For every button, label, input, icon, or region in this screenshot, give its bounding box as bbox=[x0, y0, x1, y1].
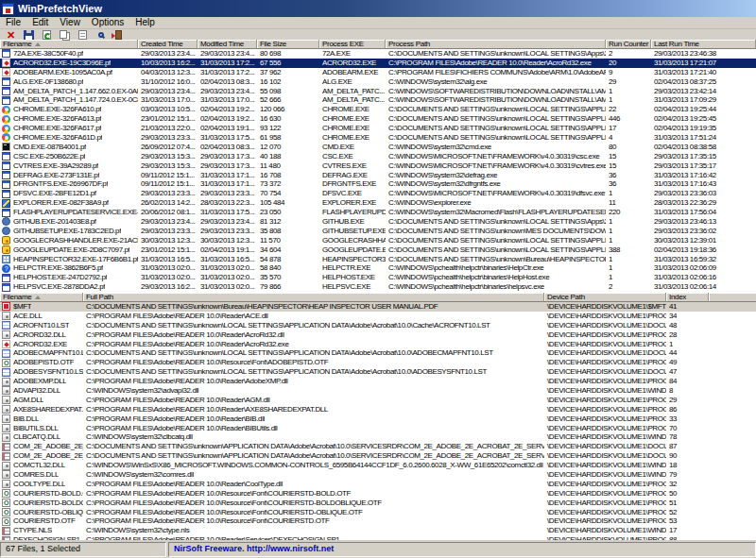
table-row[interactable]: COMRES.DLL C:\WINDOWS\system32\comres.dl… bbox=[0, 470, 756, 480]
table-row[interactable]: ADOBECMAPFNT10.LST C:\DOCUMENTS AND SETT… bbox=[0, 348, 756, 358]
process-path: C:\WINDOWS\MICROSOFT.NET\FRAMEWORK\v4.0.… bbox=[386, 189, 606, 198]
last-run-time: 02/04/2013 19:25:45 bbox=[651, 114, 756, 124]
table-row[interactable]: BIB.DLL C:\PROGRAM FILES\Adobe\READER 10… bbox=[0, 414, 756, 424]
table-row[interactable]: COURIERSTD-BOLD.OTF C:\PROGRAM FILES\Ado… bbox=[0, 489, 756, 499]
table-row[interactable]: CTYPE.NLS C:\WINDOWS\system32\ctype.nls … bbox=[0, 526, 756, 535]
modified-time: 31/03/2013 17:0... bbox=[198, 95, 257, 105]
lst-icon bbox=[2, 349, 10, 358]
table-row[interactable]: ACRORD32.DLL C:\PROGRAM FILES\Adobe\READ… bbox=[0, 330, 756, 340]
created-time: 29/03/2013 23:4... bbox=[138, 87, 198, 96]
run-counter: 1 bbox=[606, 227, 651, 236]
table-row[interactable]: ADOBEPISTD.OTF C:\PROGRAM FILES\Adobe\RE… bbox=[0, 358, 756, 367]
table-row[interactable]: BIBUTILS.DLL C:\PROGRAM FILES\Adobe\READ… bbox=[0, 424, 756, 433]
table-row[interactable]: DEFRAG.EXE-273F131E.pf 09/11/2012 15:1..… bbox=[0, 171, 756, 180]
column-header-created-time[interactable]: Created Time bbox=[138, 40, 198, 49]
table-row[interactable]: COURIERSTD-OBLIQUE... C:\PROGRAM FILES\A… bbox=[0, 508, 756, 517]
last-run-time: 29/03/2013 23:36:02 bbox=[651, 227, 756, 236]
run-counter: 1 bbox=[606, 217, 651, 227]
full-path: C:\PROGRAM FILES\Adobe\READER 10.0\Resou… bbox=[83, 499, 544, 508]
table-row[interactable]: COOLTYPE.DLL C:\PROGRAM FILES\Adobe\READ… bbox=[0, 480, 756, 489]
refresh-button[interactable] bbox=[39, 29, 55, 40]
column-header-filename[interactable]: Filename bbox=[0, 293, 83, 302]
table-row[interactable]: CSC.EXE-250B622E.pf 29/03/2013 15:3... 2… bbox=[0, 152, 756, 161]
table-row[interactable]: COURIERSTD-BOLDOBL... C:\PROGRAM FILES\A… bbox=[0, 499, 756, 508]
table-row[interactable]: DFRGNTFS.EXE-269967DF.pf 09/11/2012 15:1… bbox=[0, 179, 756, 189]
column-header-index[interactable]: Index bbox=[666, 293, 709, 302]
delete-button[interactable]: ✕ bbox=[3, 29, 19, 40]
toolbar: ✕ bbox=[0, 29, 756, 40]
run-counter: 1 bbox=[606, 87, 651, 96]
copy-button[interactable] bbox=[57, 29, 73, 40]
table-row[interactable]: EXPLORER.EXE-082F38A9.pf 26/02/2013 14:2… bbox=[0, 198, 756, 208]
table-row[interactable]: CHROME.EXE-326FA61D.pf 29/03/2013 23:3..… bbox=[0, 133, 756, 143]
table-row[interactable]: ACRORD32.EXE C:\PROGRAM FILES\Adobe\READ… bbox=[0, 340, 756, 349]
window-icon bbox=[2, 283, 10, 292]
menu-view[interactable]: View bbox=[54, 17, 86, 28]
file-size: 120 066 bbox=[257, 105, 319, 114]
table-row[interactable]: ADOBEXMP.DLL C:\PROGRAM FILES\Adobe\READ… bbox=[0, 377, 756, 386]
app-icon[interactable] bbox=[2, 3, 14, 15]
column-header-modified-time[interactable]: Modified Time bbox=[198, 40, 257, 49]
table-row[interactable]: HELPSVC.EXE-2878DDA2.pf 29/03/2013 16:2.… bbox=[0, 282, 756, 292]
table-row[interactable]: HEAPINSPECTOR32.EXE-17F6B6B1.pf 31/03/20… bbox=[0, 255, 756, 264]
exit-button[interactable] bbox=[111, 29, 127, 40]
column-header-full-path[interactable]: Full Path bbox=[83, 293, 544, 302]
table-row[interactable]: GOOGLEUPDATE.EXE-2D8C7097.pf 23/01/2012 … bbox=[0, 245, 756, 255]
file-size: 73 372 bbox=[257, 179, 319, 189]
table-row[interactable]: CLBCATQ.DLL C:\WINDOWS\system32\clbcatq.… bbox=[0, 432, 756, 442]
table-row[interactable]: ALG.EXE-0F138680.pf 31/10/2012 16:0... 0… bbox=[0, 77, 756, 87]
menu-options[interactable]: Options bbox=[86, 17, 129, 28]
find-button[interactable] bbox=[93, 29, 109, 40]
table-row[interactable]: HELPCTR.EXE-3862B6F5.pf 31/03/2013 02:0.… bbox=[0, 263, 756, 273]
table-row[interactable]: AM_DELTA_PATCH_1.147.724.0.EX-0C84C... 3… bbox=[0, 95, 756, 105]
nirsoft-link[interactable]: NirSoft Freeware. http://www.nirsoft.net bbox=[174, 544, 334, 553]
table-row[interactable]: DFSVC.EXE-2BFE12D1.pf 29/03/2013 23:3...… bbox=[0, 189, 756, 198]
table-row[interactable]: GITHUB.EXE-201403E8.pf 29/03/2013 23:4..… bbox=[0, 217, 756, 227]
table-row[interactable]: GITHUBSETUP.EXE-1783C2ED.pf 29/03/2013 2… bbox=[0, 227, 756, 236]
properties-button[interactable] bbox=[75, 29, 91, 40]
table-row[interactable]: AGM.DLL C:\PROGRAM FILES\Adobe\READER 10… bbox=[0, 396, 756, 405]
table-row[interactable]: CVTRES.EXE-39A29289.pf 29/03/2013 15:3..… bbox=[0, 161, 756, 171]
table-row[interactable]: COM_2E_ADOBE_2E_A... C:\DOCUMENTS AND SE… bbox=[0, 451, 756, 461]
table-row[interactable]: ADVAPI32.DLL C:\WINDOWS\system32\advapi3… bbox=[0, 386, 756, 396]
modified-time: 31/03/2013 17:2... bbox=[198, 68, 257, 77]
table-row[interactable]: ADOBESYSFNT10.LST C:\DOCUMENTS AND SETTI… bbox=[0, 367, 756, 377]
column-header-filename[interactable]: Filename bbox=[0, 40, 138, 49]
column-header-run-counter[interactable]: Run Counter bbox=[606, 40, 651, 49]
table-row[interactable]: AM_DELTA_PATCH_1.147.662.0.EX-0AFF5... 2… bbox=[0, 87, 756, 96]
table-row[interactable]: GOOGLECRASHHANDLER.EXE-21ACBFBA.pf 30/03… bbox=[0, 236, 756, 245]
table-row[interactable]: ACRORD32.EXE-19C3D96E.pf 10/03/2013 16:2… bbox=[0, 59, 756, 68]
table-row[interactable]: CMD.EXE-087B4001.pf 26/09/2012 07:4... 0… bbox=[0, 143, 756, 152]
table-row[interactable]: COMCTL32.DLL C:\WINDOWS\WinSxS\X86_MICRO… bbox=[0, 461, 756, 470]
table-row[interactable]: HELPHOST.EXE-247D2792.pf 31/03/2013 02:0… bbox=[0, 273, 756, 282]
table-row[interactable]: CHROME.EXE-326FA613.pf 23/01/2012 15:1..… bbox=[0, 114, 756, 124]
table-row[interactable]: AXE8SHAREDEXPAT.DLL C:\PROGRAM FILES\Ado… bbox=[0, 405, 756, 414]
window-icon bbox=[2, 49, 10, 58]
table-row[interactable]: 72A.EXE-38C50F40.pf 29/03/2013 23:4... 2… bbox=[0, 49, 756, 59]
save-button[interactable] bbox=[21, 29, 37, 40]
table-row[interactable]: ADOBEARM.EXE-1095AC0A.pf 04/03/2013 12:3… bbox=[0, 68, 756, 77]
table-row[interactable]: FLASHPLAYERUPDATESERVICE.EXE-34BC5... 20… bbox=[0, 208, 756, 217]
table-row[interactable]: $MFT C:\DOCUMENTS AND SETTINGS\unknown\B… bbox=[0, 302, 756, 312]
table-row[interactable]: COURIERSTD.OTF C:\PROGRAM FILES\Adobe\RE… bbox=[0, 516, 756, 526]
table-row[interactable]: ACROFNT10.LST C:\DOCUMENTS AND SETTINGS\… bbox=[0, 321, 756, 330]
table-row[interactable]: CHROME.EXE-326FA610.pf 03/03/2013 10:5..… bbox=[0, 105, 756, 114]
process-path: C:\WINDOWS\system32\cmd.exe bbox=[386, 143, 606, 152]
device-path: \DEVICE\HARDDISKVOLUME1\PROGRAM... bbox=[544, 312, 666, 321]
column-header-last-run-time[interactable]: Last Run Time bbox=[651, 40, 756, 49]
column-header-process-exe[interactable]: Process EXE bbox=[319, 40, 386, 49]
process-exe: DFRGNTFS.EXE bbox=[319, 179, 386, 189]
table-row[interactable]: ACE.DLL C:\PROGRAM FILES\Adobe\READER 10… bbox=[0, 312, 756, 321]
menu-edit[interactable]: Edit bbox=[26, 17, 54, 28]
table-row[interactable]: COM_2E_ADOBE_2E_A... C:\DOCUMENTS AND SE… bbox=[0, 442, 756, 451]
menu-file[interactable]: File bbox=[0, 17, 26, 28]
column-header-process-path[interactable]: Process Path bbox=[386, 40, 606, 49]
tbl-icon bbox=[2, 527, 10, 535]
column-header-device-path[interactable]: Device Path bbox=[544, 293, 666, 302]
table-row[interactable]: CHROME.EXE-326FA617.pf 21/03/2013 22:0..… bbox=[0, 124, 756, 133]
modified-time: 29/03/2013 23:3... bbox=[198, 227, 257, 236]
menu-help[interactable]: Help bbox=[129, 17, 161, 28]
column-header-file-size[interactable]: File Size bbox=[257, 40, 319, 49]
app-window: WinPrefetchView File Edit View Options H… bbox=[0, 0, 756, 558]
run-counter: 15 bbox=[606, 152, 651, 161]
